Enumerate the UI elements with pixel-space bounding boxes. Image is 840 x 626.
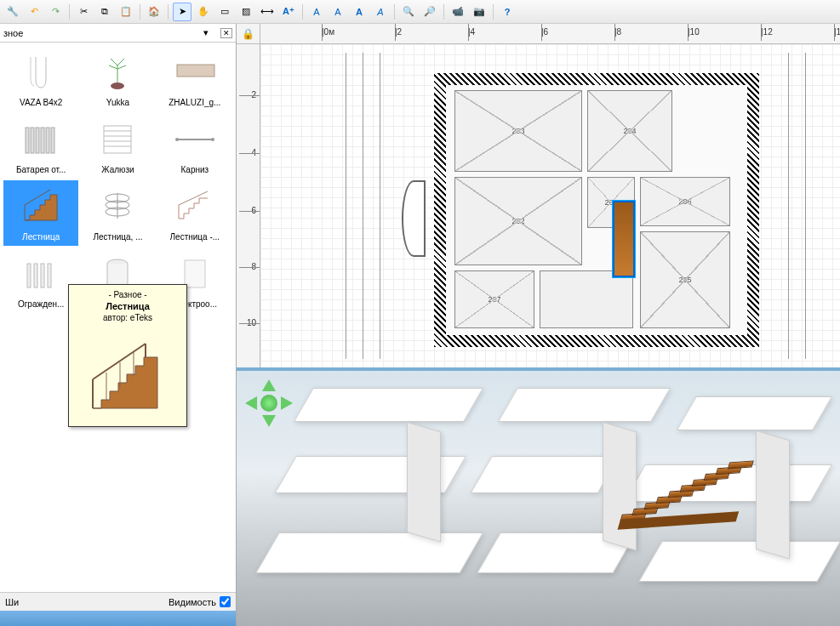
- wrench-icon[interactable]: 🔧: [3, 3, 22, 21]
- text-style1-icon[interactable]: A: [307, 3, 326, 21]
- catalog-item-stairs[interactable]: Лестница: [3, 180, 78, 246]
- floor-plan[interactable]: 203 204 202 201 206 205 207: [414, 53, 780, 367]
- catalog-item-blinds[interactable]: Жалюзи: [80, 113, 155, 179]
- svg-rect-7: [51, 128, 54, 153]
- vertical-ruler: 2 4 6 8 10 12: [237, 44, 260, 367]
- photo-icon[interactable]: 📷: [470, 3, 489, 21]
- room-202[interactable]: 202: [454, 177, 582, 265]
- main-toolbar: 🔧 ↶ ↷ ✂ ⧉ 📋 🏠 ➤ ✋ ▭ ▨ ⟷ A⁺ A A A A 🔍 🔎 📹…: [0, 0, 840, 24]
- room-205[interactable]: 205: [640, 231, 730, 328]
- redo-icon[interactable]: ↷: [46, 3, 65, 21]
- properties-bar: Ши Видимость: [0, 592, 236, 611]
- nav-down-icon[interactable]: [262, 415, 276, 427]
- hand-icon[interactable]: ✋: [194, 3, 213, 21]
- svg-rect-2: [26, 128, 29, 153]
- stairs-object-3d[interactable]: [618, 460, 757, 528]
- lock-icon[interactable]: 🔒: [242, 28, 254, 40]
- svg-rect-3: [31, 128, 34, 153]
- room-207[interactable]: 207: [454, 270, 534, 328]
- svg-rect-1: [177, 65, 214, 77]
- svg-rect-8: [104, 126, 131, 153]
- selected-row[interactable]: [0, 611, 236, 626]
- add-furniture-icon[interactable]: 🏠: [145, 3, 163, 21]
- copy-icon[interactable]: ⧉: [95, 3, 114, 21]
- room-203[interactable]: 203: [454, 90, 582, 172]
- cut-icon[interactable]: ✂: [74, 3, 93, 21]
- catalog-item-zhaluzi[interactable]: ZHALUZI_g...: [157, 46, 232, 111]
- help-icon[interactable]: ?: [498, 3, 517, 21]
- nav-up-icon[interactable]: [262, 379, 276, 391]
- svg-rect-26: [41, 264, 44, 287]
- dropdown-icon[interactable]: ▾: [203, 27, 209, 38]
- svg-rect-25: [34, 264, 37, 287]
- catalog-item-spiral[interactable]: Лестница, ...: [80, 180, 155, 246]
- room-204[interactable]: 204: [587, 90, 672, 172]
- item-tooltip: - Разное - Лестница автор: eTeks: [68, 284, 187, 427]
- catalog-item-vaza[interactable]: VAZA B4x2: [3, 46, 78, 111]
- room-206[interactable]: 206: [640, 177, 730, 226]
- catalog-item-yukka[interactable]: Yukka: [80, 46, 155, 111]
- text-italic-icon[interactable]: A: [371, 3, 390, 21]
- text-tool-icon[interactable]: A⁺: [279, 3, 298, 21]
- svg-point-0: [111, 83, 124, 89]
- furniture-catalog[interactable]: VAZA B4x2 Yukka ZHALUZI_g... Батарея от.…: [0, 43, 236, 592]
- svg-rect-6: [46, 128, 49, 153]
- wall-tool-icon[interactable]: ▭: [215, 3, 234, 21]
- width-col-label: Ши: [5, 597, 19, 607]
- svg-point-14: [175, 138, 179, 141]
- horizontal-ruler: |0м |2 |4 |6 |8 |10 |12 |14: [260, 24, 840, 44]
- 3d-view[interactable]: [237, 371, 840, 626]
- svg-rect-4: [36, 128, 39, 153]
- undo-icon[interactable]: ↶: [25, 3, 43, 21]
- plan-view[interactable]: 🔒 |0м |2 |4 |6 |8 |10 |12 |14 2 4 6 8 10…: [237, 24, 840, 371]
- dimension-icon[interactable]: ⟷: [258, 3, 277, 21]
- catalog-item-stairs2[interactable]: Лестница -...: [157, 180, 232, 246]
- room-tool-icon[interactable]: ▨: [237, 3, 255, 21]
- svg-rect-5: [41, 128, 44, 153]
- svg-rect-29: [185, 260, 205, 287]
- zoom-out-icon[interactable]: 🔎: [420, 3, 439, 21]
- category-label: зное: [3, 28, 23, 38]
- text-style2-icon[interactable]: A: [329, 3, 347, 21]
- text-bold-icon[interactable]: A: [350, 3, 369, 21]
- nav-center-icon[interactable]: [260, 395, 277, 412]
- camera-icon[interactable]: 📹: [449, 3, 467, 21]
- cursor-icon[interactable]: ➤: [173, 3, 191, 21]
- svg-rect-27: [48, 264, 51, 287]
- walls-3d: [279, 388, 840, 626]
- zoom-in-icon[interactable]: 🔍: [399, 3, 418, 21]
- visibility-checkbox[interactable]: [220, 596, 231, 607]
- catalog-item-radiator[interactable]: Батарея от...: [3, 113, 78, 179]
- svg-rect-24: [27, 264, 31, 287]
- visibility-label: Видимость: [169, 597, 216, 607]
- catalog-item-rod[interactable]: Карниз: [157, 113, 232, 179]
- paste-icon[interactable]: 📋: [117, 3, 135, 21]
- close-panel-icon[interactable]: ✕: [220, 28, 232, 38]
- stairs-object-plan[interactable]: [613, 201, 635, 277]
- nav-left-icon[interactable]: [245, 396, 257, 410]
- svg-point-15: [211, 138, 214, 141]
- furniture-panel: зное ▾ ✕ VAZA B4x2 Yukka ZHALUZI_g...: [0, 24, 237, 626]
